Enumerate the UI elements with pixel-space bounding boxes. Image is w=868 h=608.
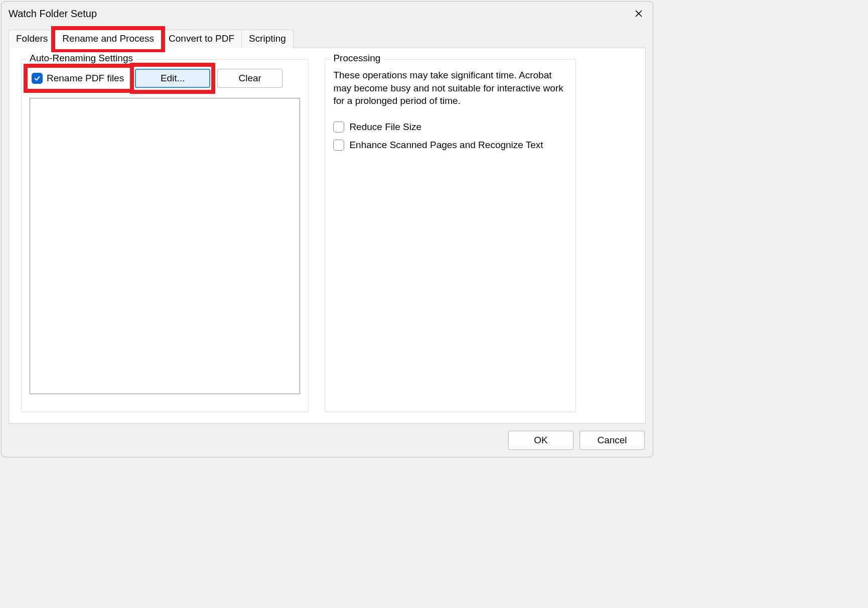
tab-folders[interactable]: Folders: [9, 30, 55, 48]
processing-options: Reduce File Size Enhance Scanned Pages a…: [333, 121, 567, 151]
reduce-file-size-checkbox[interactable]: [333, 121, 344, 133]
edit-button[interactable]: Edit...: [135, 69, 210, 88]
processing-note: These operations may take significant ti…: [333, 69, 567, 107]
ok-button[interactable]: OK: [508, 431, 573, 450]
watch-folder-setup-dialog: Watch Folder Setup Folders Rename and Pr…: [1, 1, 653, 457]
rename-pdf-files-checkbox-wrap[interactable]: Rename PDF files: [30, 71, 128, 86]
close-icon: [635, 10, 643, 18]
checkmark-icon: [34, 75, 41, 82]
rename-rules-list[interactable]: [30, 98, 300, 394]
rename-pdf-files-checkbox[interactable]: [32, 73, 43, 84]
tab-strip: Folders Rename and Process Convert to PD…: [2, 30, 653, 48]
clear-button[interactable]: Clear: [217, 69, 282, 88]
dialog-title: Watch Folder Setup: [9, 8, 97, 20]
tab-rename-and-process[interactable]: Rename and Process: [55, 30, 162, 48]
auto-renaming-settings-group: Auto-Renaming Settings Rename PDF files …: [21, 59, 309, 412]
processing-group: Processing These operations may take sig…: [325, 59, 575, 412]
reduce-file-size-label: Reduce File Size: [349, 121, 421, 133]
dialog-footer: OK Cancel: [2, 424, 653, 457]
enhance-scanned-pages-checkbox[interactable]: [333, 140, 344, 151]
close-button[interactable]: [632, 7, 646, 21]
auto-renaming-legend: Auto-Renaming Settings: [27, 53, 136, 64]
enhance-scanned-pages-option[interactable]: Enhance Scanned Pages and Recognize Text: [333, 140, 567, 151]
tab-body-rename-and-process: Auto-Renaming Settings Rename PDF files …: [9, 48, 646, 424]
tab-scripting[interactable]: Scripting: [241, 30, 294, 48]
titlebar: Watch Folder Setup: [2, 2, 653, 23]
cancel-button[interactable]: Cancel: [580, 431, 645, 450]
rename-controls-row: Rename PDF files Edit... Clear: [30, 69, 300, 88]
rename-pdf-files-label: Rename PDF files: [47, 73, 124, 84]
processing-legend: Processing: [330, 53, 383, 64]
enhance-scanned-pages-label: Enhance Scanned Pages and Recognize Text: [349, 140, 543, 151]
tab-convert-to-pdf[interactable]: Convert to PDF: [161, 30, 242, 48]
reduce-file-size-option[interactable]: Reduce File Size: [333, 121, 567, 133]
